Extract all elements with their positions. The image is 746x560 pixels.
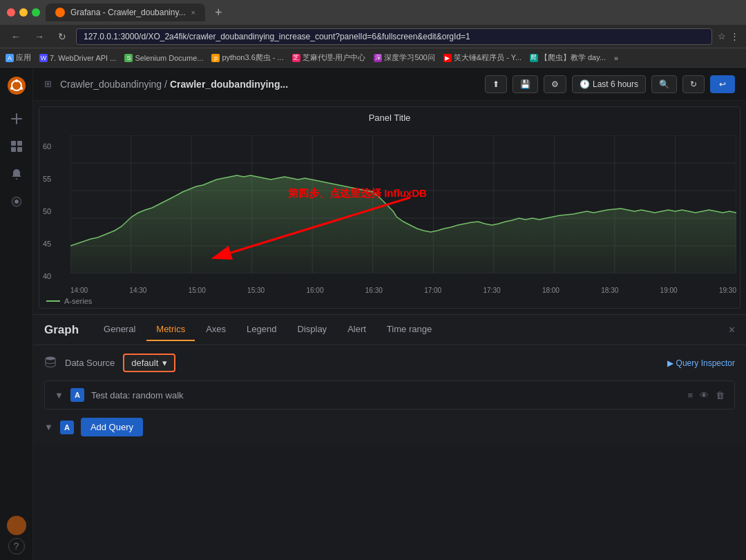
minimize-dot[interactable] bbox=[19, 8, 28, 17]
sidebar-plus-icon[interactable] bbox=[4, 106, 29, 131]
bookmark-python[interactable]: p python3.6爬虫 - ... bbox=[211, 52, 283, 63]
window-controls bbox=[7, 8, 40, 17]
svg-point-4 bbox=[10, 87, 13, 90]
sidebar-bell-icon[interactable] bbox=[4, 162, 29, 186]
sidebar-help-icon[interactable]: ? bbox=[8, 538, 25, 554]
search-icon: 🔍 bbox=[659, 79, 669, 89]
close-dot[interactable] bbox=[7, 8, 15, 17]
svg-point-3 bbox=[20, 87, 23, 90]
tab-legend[interactable]: Legend bbox=[237, 318, 286, 341]
settings-button[interactable]: ⚙ bbox=[544, 75, 566, 93]
svg-rect-7 bbox=[11, 147, 16, 152]
bookmark-more[interactable]: » bbox=[614, 54, 618, 62]
forward-button[interactable]: → bbox=[30, 30, 48, 44]
legend-label: A-series bbox=[64, 297, 92, 305]
svg-point-2 bbox=[15, 79, 18, 82]
svg-point-0 bbox=[8, 77, 26, 95]
datasource-row: Data Source default ▾ ▶ Query Inspector bbox=[44, 354, 735, 372]
bookmark-apps-label: 应用 bbox=[16, 52, 31, 63]
bookmark-selenium[interactable]: S Selenium Docume... bbox=[124, 54, 203, 62]
bookmark-icon[interactable]: ☆ bbox=[718, 31, 726, 41]
bookmark-webdriver[interactable]: W 7. WebDriver API ... bbox=[39, 54, 116, 62]
tab-alert[interactable]: Alert bbox=[338, 318, 376, 341]
header-actions: ⬆ 💾 ⚙ 🕐 Last 6 hours 🔍 ↻ bbox=[485, 75, 735, 93]
bookmark-youtube[interactable]: ▶ 笑大锤&程序员 - Y... bbox=[443, 52, 522, 63]
tab-close-icon[interactable]: × bbox=[191, 8, 195, 17]
address-bar: ← → ↻ ☆ ⋮ bbox=[0, 25, 746, 48]
sidebar-apps-icon[interactable] bbox=[4, 134, 29, 159]
bookmark-zhima-label: 芝麻代理-用户中心 bbox=[303, 52, 366, 63]
database-icon bbox=[44, 356, 57, 370]
datasource-select[interactable]: default ▾ bbox=[123, 354, 175, 372]
tab-title: Grafana - Crawler_doubaniny... bbox=[70, 8, 186, 17]
bookmarks-bar: A 应用 W 7. WebDriver API ... S Selenium D… bbox=[0, 48, 746, 68]
menu-icon[interactable]: ⋮ bbox=[730, 31, 739, 41]
tab-metrics[interactable]: Metrics bbox=[146, 318, 195, 341]
paichong-icon: 爬 bbox=[530, 54, 538, 62]
refresh-button[interactable]: ↻ bbox=[54, 30, 70, 44]
save-button[interactable]: 💾 bbox=[513, 75, 538, 93]
back-button[interactable]: ↩ bbox=[710, 75, 735, 93]
svg-rect-8 bbox=[17, 147, 22, 152]
maximize-dot[interactable] bbox=[32, 8, 40, 17]
add-query-row: ▼ A Add Query bbox=[44, 418, 735, 436]
tab-axes[interactable]: Axes bbox=[196, 318, 236, 341]
address-icons: ☆ ⋮ bbox=[718, 31, 739, 41]
python-icon: p bbox=[211, 54, 220, 62]
bookmark-apps[interactable]: A 应用 bbox=[6, 52, 31, 63]
metrics-content: Data Source default ▾ ▶ Query Inspector … bbox=[33, 345, 746, 445]
time-range-label: Last 6 hours bbox=[593, 79, 638, 89]
share-icon: ⬆ bbox=[492, 79, 499, 89]
bookmark-youtube-label: 笑大锤&程序员 - Y... bbox=[454, 52, 522, 63]
bookmark-zhima[interactable]: 芝 芝麻代理-用户中心 bbox=[292, 52, 366, 63]
grafana-logo[interactable] bbox=[4, 73, 29, 98]
settings-icon: ⚙ bbox=[551, 79, 559, 89]
back-button[interactable]: ← bbox=[7, 30, 25, 44]
webdriver-icon: W bbox=[39, 54, 48, 62]
tab-general[interactable]: General bbox=[94, 318, 145, 341]
add-query-letter: A bbox=[60, 421, 74, 434]
breadcrumb-parent[interactable]: Crawler_doubandinying bbox=[60, 79, 162, 90]
tab-time-range[interactable]: Time range bbox=[377, 318, 441, 341]
svg-rect-6 bbox=[17, 141, 22, 146]
selenium-icon: S bbox=[124, 54, 133, 62]
content-area: ⊞ Crawler_doubandinying / Crawler_douban… bbox=[33, 68, 746, 560]
new-tab-button[interactable]: + bbox=[211, 6, 227, 20]
legend-line-indicator bbox=[46, 300, 60, 302]
editor-close-button[interactable]: × bbox=[729, 324, 735, 336]
tab-display[interactable]: Display bbox=[288, 318, 337, 341]
query-delete-icon[interactable]: 🗑 bbox=[716, 390, 725, 400]
datasource-label: Data Source bbox=[65, 358, 115, 368]
panel-tabs: Graph General Metrics Axes Legend Displa… bbox=[33, 315, 746, 345]
top-header: ⊞ Crawler_doubandinying / Crawler_douban… bbox=[33, 68, 746, 101]
search-button[interactable]: 🔍 bbox=[651, 75, 677, 93]
query-letter-a: A bbox=[70, 388, 84, 402]
add-query-button[interactable]: Add Query bbox=[81, 418, 143, 436]
time-range-button[interactable]: 🕐 Last 6 hours bbox=[572, 75, 646, 93]
breadcrumb-current: Crawler_doubandinying... bbox=[170, 79, 288, 90]
query-inspector-button[interactable]: ▶ Query Inspector bbox=[667, 358, 735, 368]
user-avatar[interactable] bbox=[7, 516, 26, 535]
breadcrumb-separator: / bbox=[164, 79, 167, 90]
address-input[interactable] bbox=[76, 28, 712, 45]
y-axis: 60 55 50 45 40 bbox=[43, 142, 51, 280]
panel-editor-title: Graph bbox=[44, 323, 79, 337]
legend-area: A-series bbox=[39, 294, 740, 308]
share-button[interactable]: ⬆ bbox=[485, 75, 507, 93]
refresh-button[interactable]: ↻ bbox=[682, 75, 705, 93]
breadcrumb: Crawler_doubandinying / Crawler_doubandi… bbox=[60, 79, 288, 90]
youtube-icon: ▶ bbox=[443, 54, 452, 62]
bookmark-paichong[interactable]: 爬 【爬虫】教学 day... bbox=[530, 52, 606, 63]
query-reorder-icon[interactable]: ≡ bbox=[687, 390, 693, 400]
bookmark-deeplearning[interactable]: 深 深度学习500问 bbox=[374, 52, 434, 63]
sidebar-gear-icon[interactable] bbox=[4, 189, 29, 214]
query-visibility-icon[interactable]: 👁 bbox=[700, 390, 709, 400]
back-icon: ↩ bbox=[719, 79, 726, 89]
query-inspector-label: ▶ Query Inspector bbox=[667, 358, 735, 368]
bookmark-selenium-label: Selenium Docume... bbox=[135, 54, 203, 62]
browser-tab[interactable]: Grafana - Crawler_doubaniny... × bbox=[46, 3, 205, 21]
zhima-icon: 芝 bbox=[292, 54, 300, 62]
svg-rect-5 bbox=[11, 141, 16, 146]
query-collapse-chevron[interactable]: ▼ bbox=[55, 390, 64, 400]
svg-point-9 bbox=[15, 200, 19, 204]
